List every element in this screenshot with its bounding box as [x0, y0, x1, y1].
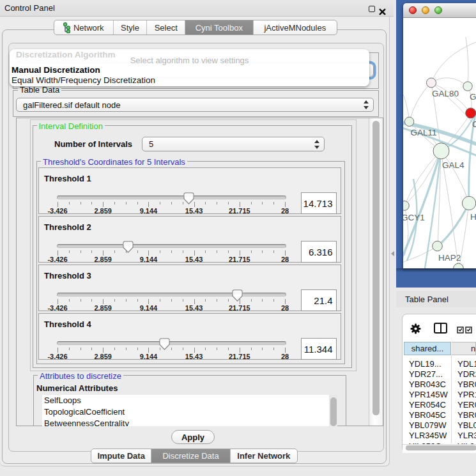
svg-text:GAL80: GAL80 — [432, 89, 459, 98]
svg-text:GCY1: GCY1 — [403, 213, 425, 222]
svg-text:GAL4: GAL4 — [442, 160, 464, 170]
svg-text:H: H — [470, 212, 476, 222]
svg-text:GA: GA — [470, 92, 476, 102]
svg-text:GAL11: GAL11 — [411, 128, 437, 137]
svg-text:C: C — [472, 119, 476, 129]
svg-text:HAP2: HAP2 — [438, 253, 461, 263]
